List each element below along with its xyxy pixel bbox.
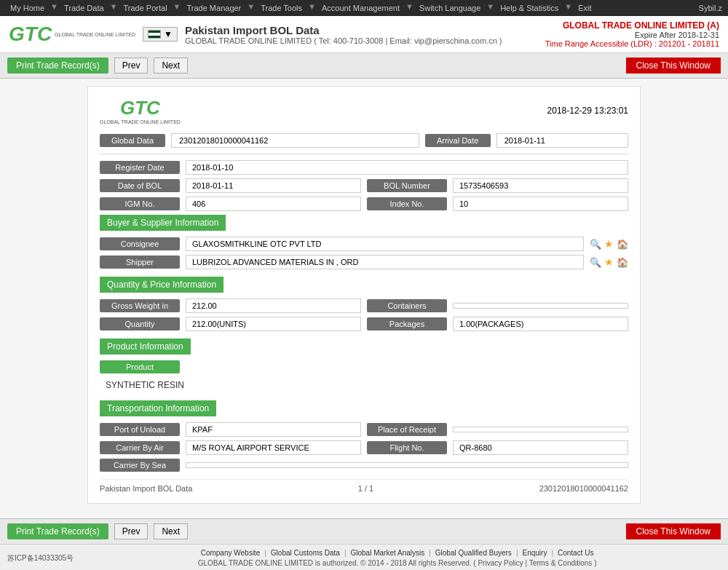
arrival-date-label: Arrival Date: [425, 134, 491, 147]
nav-trade-tools[interactable]: Trade Tools: [256, 2, 306, 14]
carrier-by-air-value: M/S ROYAL AIRPORT SERVICE: [186, 440, 361, 455]
footer-link-enquiry[interactable]: Enquiry: [522, 549, 547, 557]
prev-button-bottom[interactable]: Prev: [114, 523, 149, 539]
transport-section: Transportation Information Port of Unloa…: [100, 400, 628, 472]
footer-link-contact[interactable]: Contact Us: [558, 549, 593, 557]
card-footer-page: 1 / 1: [358, 484, 373, 493]
register-date-row: Register Date 2018-01-10: [100, 160, 628, 175]
containers-label: Containers: [367, 299, 447, 312]
nav-trade-manager[interactable]: Trade Manager: [182, 2, 245, 14]
register-date-col: Register Date 2018-01-10: [100, 160, 628, 175]
gross-weight-row: Gross Weight in 212.00 Containers: [100, 298, 628, 313]
card-header: GTC GLOBAL TRADE ONLINE LIMITED 2018-12-…: [100, 97, 628, 124]
gross-weight-label: Gross Weight in: [100, 299, 180, 312]
sep2: |: [344, 549, 347, 557]
nav-account-management[interactable]: Account Management: [317, 2, 404, 14]
prev-button-top[interactable]: Prev: [114, 58, 149, 74]
footer-link-buyers[interactable]: Global Qualified Buyers: [435, 549, 512, 557]
flag-selector[interactable]: ▼: [143, 27, 178, 41]
quantity-value: 212.00(UNITS): [186, 317, 361, 331]
header-bar: GTC GLOBAL TRADE ONLINE LIMITED ▼ Pakist…: [0, 16, 728, 53]
transport-header: Transportation Information: [100, 400, 628, 422]
top-navigation: My Home ▼ Trade Data ▼ Trade Portal ▼ Tr…: [0, 0, 728, 16]
bol-number-label: BOL Number: [367, 179, 447, 192]
product-header: Product Information: [100, 339, 628, 360]
packages-col: Packages 1.00(PACKAGES): [367, 317, 628, 331]
footer-link-customs[interactable]: Global Customs Data: [271, 549, 340, 557]
consignee-house-icon[interactable]: 🏠: [617, 239, 628, 250]
date-of-bol-value: 2018-01-11: [186, 178, 361, 193]
global-data-row: Global Data 23012018010000041162 Arrival…: [100, 133, 628, 148]
global-data-label: Global Data: [100, 134, 165, 147]
carrier-air-row: Carrier By Air M/S ROYAL AIRPORT SERVICE…: [100, 440, 628, 455]
card-logo-text: GTC: [120, 97, 160, 119]
nav-exit[interactable]: Exit: [574, 2, 596, 14]
nav-trade-portal[interactable]: Trade Portal: [119, 2, 171, 14]
product-title: Product Information: [100, 339, 191, 355]
index-no-value: 10: [453, 197, 628, 211]
header-right: GLOBAL TRADE ONLINE LIMITED (A) Expire A…: [545, 20, 719, 48]
bol-number-value: 15735406593: [453, 178, 628, 193]
date-of-bol-label: Date of BOL: [100, 179, 180, 192]
print-button-top[interactable]: Print Trade Record(s): [7, 58, 108, 74]
carrier-by-air-label: Carrier By Air: [100, 441, 180, 454]
sep5: |: [551, 549, 553, 557]
register-date-label: Register Date: [100, 161, 180, 174]
quantity-section: Quantity & Price Information Gross Weigh…: [100, 277, 628, 331]
place-of-receipt-label: Place of Receipt: [367, 423, 447, 436]
quantity-title: Quantity & Price Information: [100, 277, 223, 293]
icp-number: 苏ICP备14033305号: [7, 553, 74, 563]
bottom-toolbar: Print Trade Record(s) Prev Next Close Th…: [0, 518, 728, 544]
logo: GTC GLOBAL TRADE ONLINE LIMITED: [9, 23, 135, 46]
arrival-date-value: 2018-01-11: [496, 133, 628, 148]
port-of-unload-label: Port of Unload: [100, 423, 180, 436]
pakistan-flag: [148, 30, 161, 39]
consignee-label: Consignee: [100, 237, 180, 250]
nav-help-statistics[interactable]: Help & Statistics: [496, 2, 563, 14]
igm-no-value: 406: [186, 197, 361, 211]
consignee-star-icon[interactable]: ★: [604, 238, 614, 250]
packages-value: 1.00(PACKAGES): [453, 317, 628, 331]
port-of-unload-value: KPAF: [186, 422, 361, 437]
footer-link-market[interactable]: Global Market Analysis: [350, 549, 424, 557]
buyer-supplier-header: Buyer & Supplier Information: [100, 215, 628, 237]
next-button-bottom[interactable]: Next: [154, 523, 188, 539]
main-content: GTC GLOBAL TRADE ONLINE LIMITED 2018-12-…: [0, 79, 728, 518]
header-subtitle: GLOBAL TRADE ONLINE LIMITED ( Tel: 400-7…: [185, 36, 502, 45]
date-bol-col: Date of BOL 2018-01-11: [100, 178, 361, 193]
close-button-top[interactable]: Close This Window: [626, 58, 721, 74]
consignee-search-icon[interactable]: 🔍: [590, 239, 601, 250]
header-title-block: Pakistan Import BOL Data GLOBAL TRADE ON…: [185, 24, 502, 45]
shipper-house-icon[interactable]: 🏠: [617, 257, 628, 268]
containers-col: Containers: [367, 298, 628, 313]
nav-my-home[interactable]: My Home: [6, 2, 49, 14]
buyer-supplier-section: Buyer & Supplier Information Consignee G…: [100, 215, 628, 269]
consignee-icons: 🔍 ★ 🏠: [590, 238, 628, 250]
card-datetime: 2018-12-29 13:23:01: [547, 106, 628, 116]
index-no-label: Index No.: [367, 197, 447, 210]
header-left: GTC GLOBAL TRADE ONLINE LIMITED ▼ Pakist…: [9, 23, 502, 46]
next-button-top[interactable]: Next: [154, 58, 188, 74]
nav-switch-language[interactable]: Switch Language: [415, 2, 485, 14]
quantity-header: Quantity & Price Information: [100, 277, 628, 298]
footer-link-company[interactable]: Company Website: [201, 549, 261, 557]
place-receipt-col: Place of Receipt: [367, 422, 628, 437]
shipper-star-icon[interactable]: ★: [604, 256, 614, 268]
print-button-bottom[interactable]: Print Trade Record(s): [7, 523, 108, 539]
quantity-row: Quantity 212.00(UNITS) Packages 1.00(PAC…: [100, 317, 628, 331]
sep3: |: [429, 549, 431, 557]
consignee-row: Consignee GLAXOSMITHKLINE OTC PVT LTD 🔍 …: [100, 237, 628, 251]
close-button-bottom[interactable]: Close This Window: [626, 523, 721, 539]
card-footer-title: Pakistan Import BOL Data: [100, 484, 192, 493]
bol-number-col: BOL Number 15735406593: [367, 178, 628, 193]
nav-user: Sybil.z: [699, 4, 722, 12]
flag-arrow: ▼: [164, 29, 173, 39]
buyer-supplier-title: Buyer & Supplier Information: [100, 215, 226, 231]
shipper-value: LUBRIZOL ADVANCED MATERIALS IN , ORD: [186, 255, 584, 269]
company-name: GLOBAL TRADE ONLINE LIMITED (A): [545, 20, 719, 31]
consignee-value: GLAXOSMITHKLINE OTC PVT LTD: [186, 237, 584, 251]
carrier-by-sea-value: [186, 462, 628, 468]
nav-trade-data[interactable]: Trade Data: [60, 2, 108, 14]
logo-sub: GLOBAL TRADE ONLINE LIMITED: [55, 32, 135, 37]
shipper-search-icon[interactable]: 🔍: [590, 257, 601, 268]
